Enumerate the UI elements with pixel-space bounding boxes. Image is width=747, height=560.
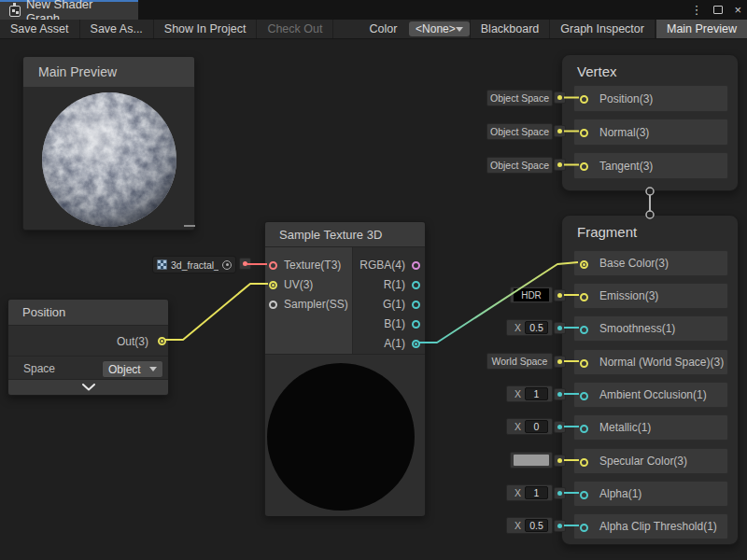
a-label: A(1) [384,337,405,350]
metallic-port[interactable] [580,425,588,433]
position-node-header[interactable]: Position [8,300,168,326]
save-as-button[interactable]: Save As... [80,20,154,38]
color-mode-dropdown[interactable]: <None> [409,21,470,36]
b-port[interactable] [412,320,420,329]
sampler-port[interactable] [269,301,277,309]
fragment-row-ambient-occlusion: Ambient Occlusion(1) [573,382,728,408]
fragment-node[interactable]: Fragment Base Color(3) Emission(3) Smoot… [561,215,739,545]
rgba-label: RGBA(4) [359,259,405,272]
alpha-label: Alpha(1) [599,487,641,500]
rgba-port[interactable] [412,261,420,270]
position-node[interactable]: Position Out(3) Space Object [7,299,169,396]
normal-ws-space-pill[interactable]: World Space [486,353,553,370]
sample-texture-3d-header[interactable]: Sample Texture 3D [265,222,425,247]
ambient-occlusion-port[interactable] [580,392,588,400]
smoothness-x-label: X [514,322,521,333]
alpha-clip-x-label: X [514,520,521,531]
fragment-row-specular-color: Specular Color(3) [573,448,728,474]
emission-port[interactable] [580,293,588,301]
position-space-pill[interactable]: Object Space [486,90,553,106]
normal-input-port[interactable] [580,129,588,137]
smoothness-port[interactable] [580,326,588,334]
normal-ws-label: Normal (World Space)(3) [599,356,724,369]
ambient-occlusion-default-field[interactable]: X 1 [506,385,553,402]
texture-t3-port[interactable] [269,261,277,270]
connector-bottom-knob[interactable] [646,211,654,218]
main-preview-panel[interactable]: Main Preview [22,56,195,231]
vertex-row-tangent: Tangent(3) [573,152,728,179]
fragment-row-alpha-clip: Alpha Clip Threshold(1) [573,513,728,539]
texture-t3-label: Texture(T3) [284,259,341,272]
metallic-value[interactable]: 0 [525,420,548,433]
normal-space-pill[interactable]: Object Space [486,123,553,140]
ambient-occlusion-label: Ambient Occlusion(1) [599,388,707,401]
specular-color-swatch[interactable] [514,455,549,466]
main-preview-header[interactable]: Main Preview [23,57,194,88]
alpha-clip-default-field[interactable]: X 0.5 [506,517,553,534]
tangent-space-pill[interactable]: Object Space [486,157,553,174]
space-label: Space [23,362,55,375]
node-preview [265,354,425,516]
texture-asset-name: 3d_fractal_n [171,259,218,271]
metallic-default-field[interactable]: X 0 [506,418,553,435]
connector-top-knob[interactable] [646,188,654,195]
specular-color-port[interactable] [580,458,588,467]
tangent-input-port[interactable] [580,162,588,171]
g-port[interactable] [412,301,420,309]
position-input-port[interactable] [580,95,588,104]
out-label: Out(3) [117,335,148,348]
tab-strip: New Shader Graph ⋮ × [0,0,747,20]
alpha-x-label: X [514,487,521,498]
normal-space-pill-label: Object Space [490,126,549,137]
save-asset-button[interactable]: Save Asset [0,20,80,38]
r-port[interactable] [412,281,420,289]
emission-hdr-field[interactable]: HDR [510,287,553,303]
blackboard-toggle-button[interactable]: Blackboard [470,20,551,38]
alpha-clip-value[interactable]: 0.5 [525,519,548,532]
smoothness-value[interactable]: 0.5 [525,321,548,334]
vertex-node-title: Vertex [577,63,617,79]
check-out-button: Check Out [257,20,333,38]
specular-color-field[interactable] [510,452,553,469]
sample-texture-3d-title: Sample Texture 3D [279,228,382,242]
node-expander[interactable] [8,379,168,395]
r-label: R(1) [384,278,405,291]
texture-object-field[interactable]: 3d_fractal_n [152,256,236,273]
ao-x-label: X [514,388,521,399]
normal-input-label: Normal(3) [599,126,649,139]
alpha-default-field[interactable]: X 1 [506,484,553,501]
normal-ws-port[interactable] [580,359,588,368]
base-color-label: Base Color(3) [599,257,669,270]
preview-sphere [41,91,177,228]
alpha-port[interactable] [580,491,588,499]
close-icon[interactable]: × [734,0,741,20]
fragment-row-alpha: Alpha(1) [573,481,728,507]
kebab-menu-icon[interactable]: ⋮ [690,0,702,20]
shader-graph-window: { "window": { "tab_title": "New Shader G… [0,0,747,560]
uv-port[interactable] [269,281,277,289]
vertex-node[interactable]: Vertex Position(3) Normal(3) Tangent(3) [561,54,739,191]
texture3d-asset-icon [157,259,167,270]
show-in-project-button[interactable]: Show In Project [154,20,258,38]
main-preview-toggle-button[interactable]: Main Preview [655,20,747,38]
base-color-port[interactable] [580,260,588,269]
fragment-row-smoothness: Smoothness(1) [573,315,728,342]
position-input-label: Position(3) [599,92,653,105]
smoothness-default-field[interactable]: X 0.5 [506,319,553,336]
panel-resize-handle[interactable] [184,225,195,227]
maximize-icon[interactable] [713,6,723,14]
ao-value[interactable]: 1 [525,387,548,400]
hdr-color-swatch[interactable]: HDR [514,288,549,301]
alpha-clip-port[interactable] [580,524,588,532]
tab-new-shader-graph[interactable]: New Shader Graph [0,0,138,20]
emission-label: Emission(3) [599,289,658,302]
alpha-value[interactable]: 1 [525,486,548,499]
vertex-row-normal: Normal(3) [573,119,728,146]
fragment-row-normal-ws: Normal (World Space)(3) [573,349,728,375]
sample-texture-3d-node[interactable]: Sample Texture 3D Texture(T3) UV(3) Samp… [264,221,426,516]
space-dropdown[interactable]: Object [102,360,163,378]
window-controls: ⋮ × [690,0,741,20]
texture-preview-circle [267,363,415,511]
graph-inspector-toggle-button[interactable]: Graph Inspector [550,20,655,38]
object-picker-icon[interactable] [222,260,232,270]
